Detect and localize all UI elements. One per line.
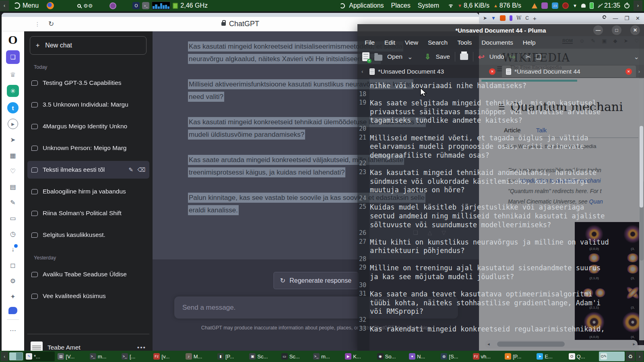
tab-close-icon[interactable]: ✕	[625, 68, 632, 75]
taskbar-task-button[interactable]: ▲ [P...	[503, 352, 534, 361]
taskbar-task-button[interactable]: ➤ E...	[535, 352, 566, 361]
wikipedia-tab-icon[interactable]: W	[516, 15, 521, 21]
gears-icon[interactable]: ⚙⚙	[83, 3, 93, 9]
tab-favicon-blue[interactable]: ▼	[491, 15, 496, 21]
window-restore-icon[interactable]: ❐	[624, 15, 629, 21]
vlc-tray-icon[interactable]	[532, 3, 537, 8]
system-monitor-graph[interactable]	[152, 2, 170, 10]
extensions-box-icon[interactable]: ◻	[8, 260, 18, 270]
copy-pages-icon[interactable]: ❏	[536, 53, 541, 61]
new-document-icon[interactable]	[362, 52, 369, 61]
news-feed-icon[interactable]: ▤	[8, 181, 18, 192]
pluma-menu-item[interactable]: Search	[428, 39, 448, 46]
history-clock-icon[interactable]: ◷	[8, 228, 18, 239]
document-tab[interactable]: *Unsaved Document 43 ✕	[365, 66, 500, 77]
opera-logo-icon[interactable]: O	[8, 35, 18, 45]
search-icon[interactable]	[77, 4, 81, 8]
tab-favicon-purple[interactable]	[510, 15, 512, 21]
taskbar-task-button[interactable]: O✎	[599, 352, 625, 361]
chat-history-item[interactable]: Riina Solman's Political Shift ✎⌫	[27, 204, 149, 222]
chat-item-actions[interactable]: ✎⌫	[128, 167, 145, 173]
taskbar-task-button[interactable]: ▣ Sc...	[248, 352, 278, 361]
document-tab[interactable]: *Unsaved Document 44 ✕	[502, 66, 636, 77]
pluma-titlebar[interactable]: *Unsaved Document 44 - Pluma — □ ✕	[357, 24, 644, 36]
taskbar-task-button[interactable]: ● N...	[407, 352, 438, 361]
workspace-switcher[interactable]	[9, 352, 23, 360]
taskbar-task-button[interactable]: ▮ [P...	[216, 352, 246, 361]
save-button[interactable]: Save	[436, 53, 450, 60]
trash-applet-button[interactable]: ♻	[626, 352, 635, 361]
bulb-icon[interactable]: ✦	[8, 291, 18, 302]
notifications-bell-icon[interactable]	[581, 4, 586, 8]
new-chat-button[interactable]: + New chat	[30, 36, 147, 55]
clock[interactable]: 21:35	[604, 2, 620, 9]
terminal-launcher-icon[interactable]: >_	[142, 2, 149, 9]
chat-history-item[interactable]: Teksti ilmekas eesti tõl ✎⌫	[27, 161, 149, 179]
tabs-scroll-left-icon[interactable]: ‹	[359, 68, 365, 74]
taskbar-task-button[interactable]: >_ m...	[88, 352, 119, 361]
taskbar-task-button[interactable]: ♪ M...	[184, 352, 215, 361]
taskbar-task-button[interactable]: Fz vh...	[471, 352, 502, 361]
chat-history-item[interactable]: 4Margus Meigo Identity Unkno ✎⌫	[27, 117, 149, 135]
window-close-icon[interactable]: ✕	[636, 15, 640, 21]
taskbar-scroll-right-button[interactable]: ›	[636, 352, 643, 361]
chat-history-item[interactable]: Testing GPT-3.5 Capabilities ✎⌫	[27, 74, 149, 92]
twitter-sidebar-icon[interactable]: t	[7, 102, 19, 113]
print-icon[interactable]	[460, 53, 468, 60]
window-minimize-icon[interactable]: —	[613, 15, 618, 21]
tab-favicon-c[interactable]: C	[525, 15, 529, 21]
taskbar-task-button[interactable]: >_ m...	[312, 352, 342, 361]
tab-close-icon[interactable]: ✕	[489, 68, 495, 75]
pluma-vertical-scrollbar[interactable]	[639, 79, 644, 349]
open-dropdown-chevron[interactable]: ⌄	[407, 53, 413, 61]
tab-favicon-orange[interactable]	[500, 15, 506, 21]
applications-menu[interactable]: Applications	[349, 2, 384, 9]
opera-launcher-icon[interactable]: O	[132, 2, 140, 9]
cut-scissors-icon[interactable]: ✂	[526, 53, 531, 61]
taskbar-task-button[interactable]: ▶ K...	[343, 352, 374, 361]
tray-calendar-icon[interactable]: 23	[552, 2, 558, 9]
taskbar-task-button[interactable]: Fz [v...	[152, 352, 182, 361]
settings-gear-icon[interactable]: ⚙	[8, 276, 18, 286]
pluma-menu-item[interactable]: Documents	[481, 39, 513, 46]
pluma-menu-item[interactable]: File	[365, 39, 375, 46]
bookmarks-book-icon[interactable]: ❏	[6, 50, 20, 64]
grid-icon[interactable]: ▦	[8, 150, 18, 160]
pluma-menu-item[interactable]: Tools	[457, 39, 472, 46]
battery-icon[interactable]	[590, 2, 594, 9]
rail-more-icon[interactable]: ⋯	[8, 325, 18, 335]
taskbar-task-button[interactable]: O Q...	[567, 352, 598, 361]
play-circle-icon[interactable]: ▶	[8, 119, 18, 129]
chat-history-item[interactable]: 3.5 Unknown Individual: Margu ✎⌫	[27, 96, 149, 113]
account-more-icon[interactable]: •••	[137, 344, 146, 351]
chat-history-item[interactable]: Vee kvaliteedi küsimus	[27, 287, 149, 305]
pluma-minimize-button[interactable]: —	[593, 25, 603, 35]
power-icon[interactable]	[624, 3, 630, 8]
firefox-launcher-icon[interactable]	[47, 2, 54, 9]
pluma-menu-item[interactable]: Help	[523, 39, 536, 46]
account-row[interactable]: Teabe Amet •••	[27, 338, 149, 351]
scrollbar-thumb[interactable]	[640, 126, 643, 208]
pluma-editor[interactable]: nihke või kovariaadi nihe haldamiseks? 1…	[357, 78, 644, 351]
panel-collapse-left-button[interactable]: ‹	[0, 0, 9, 11]
panel-collapse-right-button[interactable]: ›	[634, 0, 642, 11]
crown-icon[interactable]: ♕	[8, 69, 18, 80]
taskbar-task-button[interactable]: ◍ [S...	[439, 352, 470, 361]
wifi-signal-icon[interactable]	[448, 4, 454, 8]
devices-icon[interactable]: ▭	[8, 213, 18, 223]
heart-icon[interactable]: ♡	[8, 166, 18, 176]
chatgpt-sidebar-icon[interactable]: ✳	[7, 85, 19, 97]
tray-app-icon-purple[interactable]	[541, 2, 548, 9]
chat-history-item[interactable]: Unknown Person: Meigo Marg ✎⌫	[27, 139, 149, 157]
downloads-icon[interactable]: ↓	[8, 244, 18, 255]
chat-history-item[interactable]: Avaliku Teabe Seaduse Üldise	[27, 265, 149, 283]
pluma-menu-item[interactable]: View	[405, 39, 418, 46]
taskbar-task-button[interactable]: ✎ *...	[24, 352, 55, 361]
toolbar-overflow-chevron[interactable]: ⌄	[634, 53, 639, 61]
pluma-maximize-button[interactable]: □	[612, 25, 621, 35]
pinned-tab-icon[interactable]: ➤	[483, 15, 487, 21]
chat-history-item[interactable]: Selgitus kasulikkusest. ✎⌫	[27, 226, 149, 244]
open-folder-icon[interactable]	[374, 55, 382, 61]
pluma-close-button[interactable]: ✕	[630, 25, 640, 35]
tray-record-icon[interactable]	[562, 2, 569, 9]
